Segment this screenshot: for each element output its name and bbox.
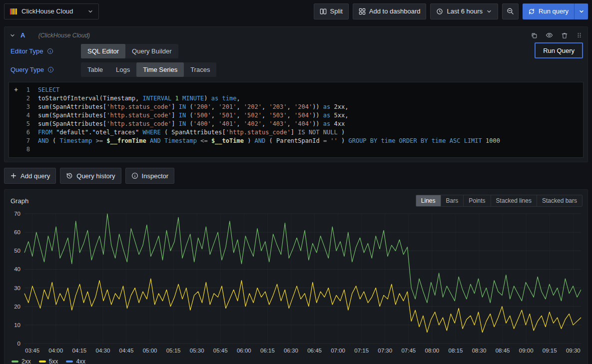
trash-icon[interactable] — [561, 32, 568, 39]
x-tick-label: 06:45 — [307, 348, 322, 354]
line-number: 7 — [20, 137, 30, 145]
legend-swatch — [39, 361, 46, 363]
add-field-icon — [12, 111, 20, 120]
query-type-tab-table[interactable]: Table — [81, 62, 109, 77]
query-header-actions — [531, 31, 583, 39]
app-root: ClickHouse Cloud Split Add to dashboard — [0, 0, 592, 364]
sync-icon — [528, 8, 535, 15]
code-line: 2toStartOfInterval(Timestamp, INTERVAL 1… — [12, 94, 580, 103]
plus-icon — [10, 172, 17, 179]
query-history-button[interactable]: Query history — [60, 168, 121, 184]
split-icon — [320, 8, 327, 15]
run-query-label: Run query — [539, 7, 569, 15]
code-line: 6FROM "default"."otel_traces" WHERE ( Sp… — [12, 128, 580, 137]
code-text: SELECT — [38, 86, 59, 94]
graph-mode-lines[interactable]: Lines — [416, 195, 441, 206]
time-range-label: Last 6 hours — [447, 7, 483, 15]
code-line: 4sum(SpanAttributes['http.status_code'] … — [12, 111, 580, 120]
x-tick-label: 09:30 — [566, 348, 581, 354]
query-type-tab-time-series[interactable]: Time Series — [136, 62, 184, 77]
panel-run-query-button[interactable]: Run Query — [535, 42, 583, 58]
legend-swatch — [11, 361, 18, 363]
run-query-button[interactable]: Run query — [523, 3, 588, 19]
graph-mode-stacked-lines[interactable]: Stacked lines — [491, 195, 537, 206]
query-header: A (ClickHouse Cloud) — [4, 27, 588, 41]
chevron-down-icon — [87, 8, 93, 14]
graph-mode-group: LinesBarsPointsStacked linesStacked bars — [416, 195, 583, 207]
zoom-out-icon — [507, 7, 514, 15]
secondary-actions: Add query Query history Inspector — [4, 168, 588, 184]
editor-type-label: Editor Type — [8, 47, 81, 55]
editor-type-option-sql-editor[interactable]: SQL Editor — [81, 44, 125, 58]
info-icon[interactable] — [47, 66, 54, 73]
add-to-dashboard-button[interactable]: Add to dashboard — [353, 3, 427, 19]
graph-panel: Graph LinesBarsPointsStacked linesStacke… — [4, 189, 588, 364]
datasource-picker[interactable]: ClickHouse Cloud — [4, 3, 99, 19]
y-tick-label: 70 — [14, 211, 20, 217]
x-tick-label: 05:00 — [143, 348, 157, 354]
x-tick-label: 06:00 — [237, 348, 251, 354]
graph-mode-stacked-bars[interactable]: Stacked bars — [537, 195, 582, 206]
collapse-chevron-icon[interactable] — [9, 32, 15, 38]
drag-handle-icon[interactable] — [576, 32, 583, 38]
query-type-group: TableLogsTime SeriesTraces — [81, 62, 216, 77]
time-range-button[interactable]: Last 6 hours — [430, 3, 498, 19]
zoom-out-button[interactable] — [502, 3, 519, 19]
graph-mode-bars[interactable]: Bars — [441, 195, 464, 206]
graph-mode-points[interactable]: Points — [463, 195, 490, 206]
x-tick-label: 05:30 — [190, 348, 204, 354]
x-tick-label: 08:00 — [425, 348, 439, 354]
y-tick-label: 40 — [14, 266, 20, 272]
add-field-icon — [12, 103, 20, 111]
editor-type-group: SQL EditorQuery Builder — [81, 44, 178, 58]
history-icon — [66, 172, 73, 179]
query-type-label: Query Type — [8, 66, 81, 73]
legend-item-5xx[interactable]: 5xx — [39, 358, 58, 364]
x-tick-label: 07:15 — [354, 348, 369, 354]
editor-type-row: Editor Type SQL EditorQuery Builder Run … — [4, 41, 588, 59]
info-icon[interactable] — [47, 48, 53, 54]
copy-query-icon[interactable] — [531, 32, 538, 39]
add-query-button[interactable]: Add query — [4, 168, 56, 184]
x-tick-label: 08:15 — [449, 348, 463, 354]
editor-type-option-query-builder[interactable]: Query Builder — [125, 44, 178, 58]
x-tick-label: 09:00 — [519, 348, 534, 354]
legend-item-4xx[interactable]: 4xx — [66, 358, 85, 364]
line-number: 2 — [20, 94, 30, 103]
x-tick-label: 07:45 — [401, 348, 416, 354]
graph-title: Graph — [10, 197, 28, 205]
x-tick-label: 07:30 — [378, 348, 392, 354]
add-to-dashboard-label: Add to dashboard — [369, 7, 421, 15]
code-text: FROM "default"."otel_traces" WHERE ( Spa… — [38, 128, 345, 137]
query-type-tab-logs[interactable]: Logs — [109, 62, 136, 77]
apps-icon — [359, 8, 366, 15]
code-text: sum(SpanAttributes['http.status_code'] I… — [38, 120, 345, 128]
add-field-icon — [12, 145, 20, 154]
legend-swatch — [66, 361, 73, 363]
line-number: 8 — [20, 145, 30, 154]
y-tick-label: 30 — [14, 285, 20, 291]
query-editor-panel: A (ClickHouse Cloud) Editor Type — [4, 26, 588, 162]
inspector-button[interactable]: Inspector — [125, 168, 174, 184]
split-label: Split — [330, 7, 343, 15]
add-field-icon — [12, 94, 20, 103]
x-tick-label: 04:00 — [48, 348, 63, 354]
eye-icon[interactable] — [546, 31, 553, 39]
sql-editor[interactable]: +1SELECT 2toStartOfInterval(Timestamp, I… — [8, 82, 584, 158]
run-query-dropdown-caret[interactable] — [574, 3, 588, 19]
add-field-icon — [12, 137, 20, 145]
code-line: 3sum(SpanAttributes['http.status_code'] … — [12, 103, 580, 111]
line-number: 6 — [20, 128, 30, 137]
code-text: sum(SpanAttributes['http.status_code'] I… — [38, 103, 348, 111]
x-tick-label: 04:45 — [119, 348, 134, 354]
time-series-chart[interactable]: 01020304050607003:4504:0004:1504:3004:45… — [8, 211, 584, 357]
clickhouse-logo-icon — [9, 7, 17, 15]
chart-legend: 2xx5xx4xx — [8, 357, 584, 364]
legend-item-2xx[interactable]: 2xx — [11, 358, 31, 364]
x-tick-label: 04:15 — [72, 348, 86, 354]
line-number: 1 — [20, 86, 30, 94]
x-tick-label: 07:00 — [331, 348, 345, 354]
add-field-icon: + — [12, 86, 20, 94]
split-button[interactable]: Split — [314, 3, 349, 19]
query-type-tab-traces[interactable]: Traces — [184, 62, 216, 77]
